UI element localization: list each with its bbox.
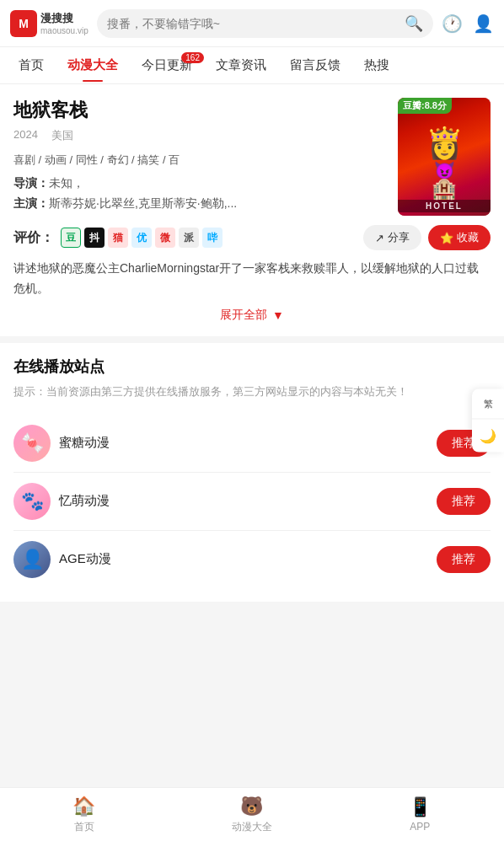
logo-name: 漫搜搜 [40, 11, 88, 26]
rating-douban[interactable]: 豆 [61, 228, 81, 248]
stream-name-honey: 蜜糖动漫 [59, 435, 428, 451]
rating-maoyan[interactable]: 猫 [108, 228, 128, 248]
search-icon: 🔍 [405, 14, 423, 33]
share-button[interactable]: ↗ 分享 [363, 225, 421, 250]
app-icon: 📱 [409, 796, 432, 818]
nav-item-hot[interactable]: 热搜 [352, 49, 401, 82]
search-input[interactable] [107, 17, 398, 30]
rating-weibo[interactable]: 微 [155, 228, 175, 248]
nav-bar: 首页 动漫大全 今日更新 162 文章资讯 留言反馈 热搜 [0, 47, 504, 84]
moon-icon: 🌙 [480, 428, 496, 444]
stream-name-yimeng: 忆萌动漫 [59, 493, 428, 509]
stream-site-age: 👤 AGE动漫 推荐 [13, 531, 491, 588]
stream-site-yimeng: 🐾 忆萌动漫 推荐 [13, 473, 491, 531]
nav-item-today[interactable]: 今日更新 162 [130, 49, 204, 82]
cast-row: 主演： 斯蒂芬妮·比翠丝,克里斯蒂安·鲍勒,... [13, 196, 388, 212]
rating-row: 评价： 豆 抖 猫 优 微 派 哔 ↗ 分享 ⭐ 收藏 [13, 225, 491, 250]
stream-section: 在线播放站点 提示：当前资源由第三方提供在线播放服务，第三方网站显示的内容与本站… [0, 343, 504, 602]
bottom-nav-anime[interactable]: 🐻 动漫大全 [168, 788, 335, 841]
anime-tags: 喜剧 / 动画 / 同性 / 奇幻 / 搞笑 / 百 [13, 150, 388, 169]
action-buttons: ↗ 分享 ⭐ 收藏 [363, 225, 491, 250]
rating-iqiyi[interactable]: 优 [131, 228, 152, 248]
bottom-nav-app-label: APP [410, 821, 430, 833]
star-icon: ⭐ [440, 232, 453, 244]
anime-title: 地狱客栈 [13, 98, 388, 123]
honey-avatar-img: 🍬 [13, 425, 51, 462]
home-icon: 🏠 [72, 795, 95, 817]
rating-icons: 豆 抖 猫 优 微 派 哔 [61, 228, 223, 248]
yimeng-avatar-img: 🐾 [13, 483, 51, 520]
anime-detail-card: 地狱客栈 2024 美国 喜剧 / 动画 / 同性 / 奇幻 / 搞笑 / 百 … [0, 84, 504, 336]
anime-icon: 🐻 [240, 795, 263, 817]
logo-domain: maousou.vip [40, 26, 88, 35]
header-icons: 🕐 👤 [442, 13, 494, 34]
today-badge: 162 [181, 52, 204, 63]
poster-hotel-text: HOTEL [398, 200, 491, 212]
logo[interactable]: M 漫搜搜 maousou.vip [10, 10, 88, 37]
stream-avatar-age: 👤 [13, 541, 51, 578]
anime-info: 地狱客栈 2024 美国 喜剧 / 动画 / 同性 / 奇幻 / 搞笑 / 百 … [13, 98, 388, 217]
cast-value: 斯蒂芬妮·比翠丝,克里斯蒂安·鲍勒,... [49, 196, 237, 212]
stream-site-honey: 🍬 蜜糖动漫 推荐 [13, 415, 491, 473]
traditional-text: 繁 [484, 398, 493, 410]
bottom-nav-app[interactable]: 📱 APP [336, 788, 504, 841]
stream-avatar-yimeng: 🐾 [13, 483, 51, 520]
chevron-down-icon: ▼ [272, 308, 284, 322]
rating-tiktok[interactable]: 抖 [84, 228, 105, 248]
header: M 漫搜搜 maousou.vip 🔍 🕐 👤 [0, 0, 504, 47]
nav-item-feedback[interactable]: 留言反馈 [278, 49, 352, 82]
anime-description: 讲述地狱的恶魔公主CharlieMorningstar开了一家客栈来救赎罪人，以… [13, 259, 491, 299]
poster-score: 豆瓣:8.8分 [398, 98, 452, 114]
bottom-nav-home[interactable]: 🏠 首页 [0, 788, 168, 841]
expand-button[interactable]: 展开全部 ▼ [13, 308, 491, 323]
float-panel: 繁 🌙 [472, 389, 504, 453]
history-icon[interactable]: 🕐 [442, 13, 463, 34]
nav-item-home[interactable]: 首页 [7, 49, 56, 82]
main-content: 地狱客栈 2024 美国 喜剧 / 动画 / 同性 / 奇幻 / 搞笑 / 百 … [0, 84, 504, 667]
nav-item-articles[interactable]: 文章资讯 [204, 49, 278, 82]
anime-year: 2024 [13, 128, 38, 143]
logo-icon: M [10, 10, 37, 37]
bottom-nav-anime-label: 动漫大全 [232, 820, 272, 834]
stream-recommend-btn-yimeng[interactable]: 推荐 [437, 488, 491, 515]
director-label: 导演： [13, 176, 49, 191]
stream-avatar-honey: 🍬 [13, 425, 51, 462]
rating-label: 评价： [13, 229, 54, 247]
collect-button[interactable]: ⭐ 收藏 [428, 225, 491, 250]
bottom-nav-home-label: 首页 [74, 820, 94, 834]
search-bar[interactable]: 🔍 [97, 9, 433, 38]
stream-name-age: AGE动漫 [59, 551, 428, 567]
share-icon: ↗ [375, 232, 384, 244]
anime-poster: 豆瓣:8.8分 👸 😈 🏨 HOTEL [398, 98, 491, 216]
stream-recommend-btn-age[interactable]: 推荐 [437, 546, 491, 573]
stream-section-title: 在线播放站点 [13, 356, 491, 377]
bottom-nav: 🏠 首页 🐻 动漫大全 📱 APP [0, 787, 504, 841]
director-row: 导演： 未知， [13, 176, 388, 191]
float-dark-mode-btn[interactable]: 🌙 [472, 420, 504, 453]
rating-paiqu[interactable]: 派 [179, 228, 199, 248]
float-traditional-btn[interactable]: 繁 [472, 389, 504, 420]
stream-section-hint: 提示：当前资源由第三方提供在线播放服务，第三方网站显示的内容与本站无关！ [13, 383, 491, 401]
nav-item-anime[interactable]: 动漫大全 [56, 49, 130, 82]
rating-bilibili[interactable]: 哔 [202, 228, 223, 248]
director-value: 未知， [49, 176, 84, 191]
anime-top-section: 地狱客栈 2024 美国 喜剧 / 动画 / 同性 / 奇幻 / 搞笑 / 百 … [13, 98, 491, 217]
anime-country: 美国 [51, 128, 73, 143]
user-icon[interactable]: 👤 [473, 13, 494, 34]
age-avatar-img: 👤 [13, 541, 51, 578]
anime-meta: 2024 美国 [13, 128, 388, 143]
cast-label: 主演： [13, 196, 49, 212]
